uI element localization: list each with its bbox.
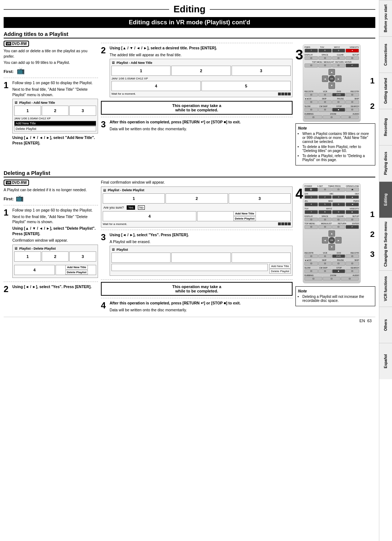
del-step1: 1 Follow step 1 on page 60 to display th… <box>4 208 98 279</box>
del-step2-label-remote: 2 <box>370 230 375 238</box>
del-step2-left: 2 Using [◄ / ►], select "Yes". Press [EN… <box>4 284 98 294</box>
add-step2-label: 2 <box>370 102 375 110</box>
add-step2-instruction: Using [▲ / ▼ / ◄ / ►], select a desired … <box>110 45 293 51</box>
divider6 <box>101 230 293 230</box>
divider2 <box>101 43 293 43</box>
dvd-badge-delete: VR DVD-RW <box>4 180 29 186</box>
first-remote-icon: 📺 <box>17 67 25 74</box>
add-step2-middle: 2 Using [▲ / ▼ / ◄ / ►], select a desire… <box>101 45 293 99</box>
del-step4: 4 After this operation is completed, pre… <box>101 300 293 313</box>
sidebar-tab-before-you-start[interactable]: Before you start <box>379 0 392 36</box>
del-step4-instruction: After this operation is completed, press… <box>110 300 293 306</box>
page-title-rule: Editing <box>4 4 375 15</box>
section-banner: Editing discs in VR mode (Playlist) cont… <box>4 17 375 28</box>
sidebar-tab-espanol[interactable]: Español <box>379 343 392 379</box>
sidebar-tab-others[interactable]: Others <box>379 307 392 343</box>
dvd-badge-add: VR DVD-RW <box>4 41 29 47</box>
del-highlight-box: This operation may take a while to be co… <box>101 282 293 296</box>
monitor-icon4: 🖥 <box>103 188 106 192</box>
side-menu2: Add New Title Delete Playlist <box>233 211 256 221</box>
sidebar-tab-getting-started[interactable]: Getting started <box>379 73 392 109</box>
delete-intro: A Playlist can be deleted if it is no lo… <box>4 187 98 193</box>
deleting-playlist-header: Deleting a Playlist <box>4 170 375 177</box>
divider5 <box>4 282 98 282</box>
divider1 <box>4 78 98 78</box>
delete-first-remote-icon: 📺 <box>16 194 24 202</box>
monitor-icon5: 🖥 <box>111 247 115 251</box>
final-conf-text: Final confirmation window will appear. <box>101 180 293 185</box>
add-step3-label: 3 <box>295 48 303 62</box>
del-step3-instruction: Using [◄ / ►], select "Yes". Press [ENTE… <box>110 232 293 238</box>
del-step1-instruction: Using [▲ / ▼ / ◄ / ►], select "Delete Pl… <box>12 226 98 236</box>
sidebar-tab-vcr-functions[interactable]: VCR functions <box>379 270 392 307</box>
sidebar-tab-editing[interactable]: Editing <box>379 181 392 218</box>
page-title: Editing <box>169 4 210 15</box>
del-step3-middle: 3 Using [◄ / ►], select "Yes". Press [EN… <box>101 232 293 277</box>
sidebar-tab-playing-discs[interactable]: Playing discs <box>379 145 392 181</box>
add-step1-instruction: Using [▲ / ▼ / ◄ / ►], select "Add New T… <box>12 135 98 146</box>
remote-control-del: POWER1-SETTIMER PROGOPEN/CLOSE ⏻ ⊡ ⊡ ⏏ G… <box>303 183 361 283</box>
screen-add-new-title-1: 🖥 Playlist - Add New Title 1 2 3 JAN/ 1/… <box>12 99 98 134</box>
add-step3-middle: 3 After this operation is completed, pre… <box>101 119 293 132</box>
delete-first-label: First: 📺 <box>4 194 98 203</box>
divider8 <box>101 298 293 298</box>
remote-control-add: PQRSTUVWXYZVIDEO/TV 7 8 9 ● DISPLAYSPACE… <box>303 44 361 122</box>
del-note-box: Note Deleting a Playlist will not increa… <box>295 286 375 306</box>
add-remote-area: 3 1 2 PQRSTUVWXYZVIDEO/TV 7 8 9 ● <box>303 44 375 122</box>
del-step4-label: 4 <box>295 187 303 201</box>
screen-delete-playlist-2: 🖥 Playlist - Delete Playlist 1 2 3 Are y… <box>101 187 293 228</box>
divider3 <box>101 117 293 117</box>
screen-delete-playlist-1: 🖥 Playlist - Delete Playlist 1 2 3 <box>12 245 98 278</box>
monitor-icon3: 🖥 <box>14 246 18 250</box>
screen-playlist-after-delete: 🖥 Playlist Add New T <box>110 246 293 276</box>
del-step2-left-instruction: Using [◄ / ►], select "Yes". Press [ENTE… <box>12 284 98 290</box>
confirm-question2: Are you sure? <box>103 206 124 209</box>
no-btn[interactable]: No <box>138 205 145 210</box>
adding-titles-header: Adding titles to a Playlist <box>4 31 375 38</box>
delete-playlist-menu-item: Delete Playlist <box>14 126 96 131</box>
add-step1-left: 1 Follow step 1 on page 60 to display th… <box>4 80 98 147</box>
add-new-title-menu-item: Add New Title <box>14 121 96 126</box>
side-menu1: Add New Title Delete Playlist <box>65 265 88 275</box>
screen-add-new-title-2: 🖥 Playlist - Add New Title 1 2 3 JAN/ 1/… <box>110 59 293 97</box>
sidebar-tab-recording[interactable]: Recording <box>379 109 392 145</box>
add-first-label: First: 📺 <box>4 66 98 75</box>
sidebar-tab-connections[interactable]: Connections <box>379 36 392 73</box>
del-step3-label-remote: 3 <box>370 250 375 258</box>
side-menu3: Add New Title Delete Playlist <box>269 264 291 274</box>
add-note-list: When a Playlist contains 99 titles or mo… <box>298 132 373 162</box>
monitor-icon2: 🖥 <box>111 61 115 65</box>
divider7 <box>101 279 293 280</box>
add-note-box: Note When a Playlist contains 99 titles … <box>295 123 375 165</box>
monitor-icon: 🖥 <box>14 101 18 104</box>
add-intro2: You can add up to 99 titles to a Playlis… <box>4 60 98 65</box>
add-highlight-box: This operation may take a while to be co… <box>101 101 293 115</box>
right-sidebar: Before you start Connections Getting sta… <box>379 0 392 541</box>
add-intro1: You can add or delete a title on the pla… <box>4 48 98 59</box>
yes-btn[interactable]: Yes <box>127 205 135 210</box>
add-step3-instruction: After this operation is completed, press… <box>110 119 293 125</box>
add-step1-label: 1 <box>370 77 375 85</box>
page-footer: EN 63 <box>4 317 375 324</box>
del-remote-area: 4 1 2 3 POWER1-SETTIMER PROGOPEN/CLOSE ⏻… <box>303 183 375 283</box>
del-step1-label-remote: 1 <box>370 210 375 218</box>
sidebar-tab-changing-setup[interactable]: Changing the Setup menu <box>379 218 392 270</box>
del-note-list: Deleting a Playlist will not increase th… <box>298 295 373 303</box>
divider4 <box>4 205 98 205</box>
